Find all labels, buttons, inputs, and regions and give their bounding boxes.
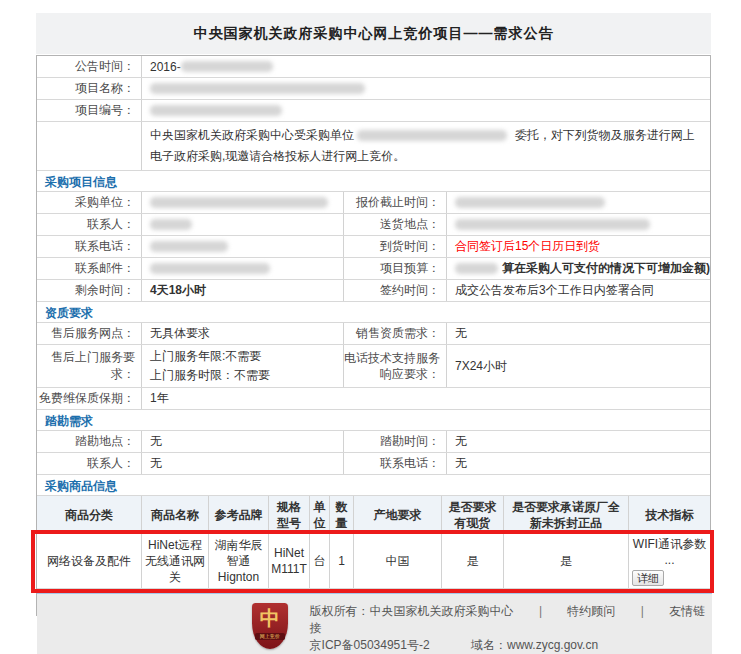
- redacted-value: [150, 105, 282, 116]
- separator: |: [539, 604, 542, 618]
- product-category: 网络设备及配件: [37, 534, 142, 588]
- product-origin: 中国: [354, 534, 442, 588]
- redacted-value: [150, 197, 328, 208]
- field-value: 7X24小时: [447, 345, 710, 387]
- row-project-no: 项目编号：: [37, 100, 710, 122]
- field-value: [142, 258, 344, 279]
- section-title-qualification: 资质要求: [37, 302, 710, 323]
- redacted-value: [357, 130, 507, 141]
- field-label: 联系电话：: [37, 236, 142, 257]
- page: 中央国家机关政府采购中心网上竞价项目——需求公告 公告时间： 2016- 项目名…: [0, 0, 741, 654]
- detail-button[interactable]: 详细: [632, 570, 664, 586]
- col-header-sealed: 是否要求承诺原厂全新未拆封正品: [504, 496, 629, 533]
- field-value: 2016-: [142, 56, 710, 77]
- field-value: [142, 78, 710, 99]
- page-title: 中央国家机关政府采购中心网上竞价项目——需求公告: [194, 25, 554, 43]
- field-value: 1年: [142, 388, 710, 409]
- field-label: 签约时间：: [344, 280, 447, 301]
- domain-text: 域名：www.zycg.gov.cn: [471, 638, 598, 652]
- row-project-name: 项目名称：: [37, 78, 710, 100]
- intro-text: 中央国家机关政府采购中心受采购单位 委托，对下列货物及服务进行网上电子政府采购,…: [142, 122, 710, 170]
- field-value: 无具体要求: [142, 323, 344, 344]
- row-contact: 联系人： 送货地点：: [37, 214, 710, 236]
- redacted-value: [455, 263, 498, 274]
- footer-line1: 版权所有：中央国家机关政府采购中心 | 特约顾问 | 友情链接: [310, 603, 712, 637]
- field-label: 联系邮件：: [37, 258, 142, 279]
- redacted-value: [181, 61, 273, 72]
- redacted-value: [150, 241, 228, 252]
- product-sealed-new: 是: [504, 534, 629, 588]
- product-row-wrap: 网络设备及配件 HiNet远程无线通讯网关 湖南华辰智通Hignton HiNe…: [37, 534, 710, 589]
- site-logo-icon: 中 网上竞价: [252, 603, 288, 649]
- field-label: 联系人：: [37, 214, 142, 235]
- field-label: 项目编号：: [37, 100, 142, 121]
- field-label: 售后上门服务要求：: [37, 345, 142, 387]
- product-in-stock: 是: [442, 534, 504, 588]
- col-header-name: 商品名称: [142, 496, 209, 533]
- col-header-brand: 参考品牌: [209, 496, 269, 533]
- field-label: 公告时间：: [37, 56, 142, 77]
- product-name: HiNet远程无线通讯网关: [142, 534, 209, 588]
- field-value: [447, 214, 710, 235]
- col-header-tech: 技术指标: [629, 496, 710, 533]
- product-model: HiNet M111T: [269, 534, 310, 588]
- field-value: [142, 100, 710, 121]
- copyright-text: 版权所有：中央国家机关政府采购中心: [310, 604, 514, 618]
- footer-inner: 中 网上竞价 版权所有：中央国家机关政府采购中心 | 特约顾问 | 友情链接 京…: [37, 594, 712, 654]
- advisor-link[interactable]: 特约顾问: [567, 604, 615, 618]
- col-header-stock: 是否要求有现货: [442, 496, 504, 533]
- remaining-time-value: 4天18小时: [142, 280, 344, 301]
- col-header-category: 商品分类: [37, 496, 142, 533]
- field-label: [37, 122, 142, 170]
- title-band: 中央国家机关政府采购中心网上竞价项目——需求公告: [36, 13, 711, 54]
- col-header-qty: 数量: [330, 496, 354, 533]
- row-remaining-time: 剩余时间： 4天18小时 签约时间： 成交公告发布后3个工作日内签署合同: [37, 280, 710, 302]
- col-header-origin: 产地要求: [354, 496, 442, 533]
- field-value: 无: [447, 453, 710, 474]
- field-label: 剩余时间：: [37, 280, 142, 301]
- footer-text: 版权所有：中央国家机关政府采购中心 | 特约顾问 | 友情链接 京ICP备050…: [310, 603, 712, 654]
- product-brand: 湖南华辰智通Hignton: [209, 534, 269, 588]
- col-header-model: 规格型号: [269, 496, 310, 533]
- redacted-value: [150, 219, 192, 230]
- field-label: 踏勘时间：: [344, 431, 447, 452]
- row-email: 联系邮件： 项目预算： 算在采购人可支付的情况下可增加金额): [37, 258, 710, 280]
- service-hours: 上门服务时限：不需要: [150, 366, 270, 385]
- row-phone: 联系电话： 到货时间： 合同签订后15个日历日到货: [37, 236, 710, 258]
- field-label: 报价截止时间：: [344, 192, 447, 213]
- section-title-project-info: 采购项目信息: [37, 171, 710, 192]
- field-value: [142, 214, 344, 235]
- section-title-products: 采购商品信息: [37, 475, 710, 496]
- field-label: 电话技术支持服务响应要求：: [344, 345, 447, 387]
- field-value: 无: [447, 323, 710, 344]
- col-header-unit: 单位: [310, 496, 330, 533]
- announcement-table: 公告时间： 2016- 项目名称： 项目编号： 中央国家机关政府采购中心受采购单…: [36, 55, 711, 616]
- separator: |: [641, 604, 644, 618]
- logo-ribbon-text: 网上竞价: [255, 633, 285, 640]
- budget-value: 算在采购人可支付的情况下可增加金额): [447, 258, 710, 279]
- intro-before: 中央国家机关政府采购中心受采购单位: [150, 128, 354, 142]
- field-label: 踏勘地点：: [37, 431, 142, 452]
- sign-time-value: 成交公告发布后3个工作日内签署合同: [447, 280, 710, 301]
- field-label: 采购单位：: [37, 192, 142, 213]
- service-years: 上门服务年限:不需要: [150, 347, 261, 366]
- product-table-header: 商品分类 商品名称 参考品牌 规格型号 单位 数量 产地要求 是否要求有现货 是…: [37, 496, 710, 534]
- section-title-survey: 踏勘需求: [37, 410, 710, 431]
- row-intro: 中央国家机关政府采购中心受采购单位 委托，对下列货物及服务进行网上电子政府采购,…: [37, 122, 710, 171]
- product-unit: 台: [310, 534, 330, 588]
- field-value: 无: [142, 431, 344, 452]
- field-value: 无: [142, 453, 344, 474]
- field-label: 项目名称：: [37, 78, 142, 99]
- row-announce-time: 公告时间： 2016-: [37, 56, 710, 78]
- row-survey-place: 踏勘地点： 无 踏勘时间： 无: [37, 431, 710, 453]
- field-label: 送货地点：: [344, 214, 447, 235]
- redacted-value: [150, 83, 365, 94]
- row-survey-contact: 联系人： 无 联系电话： 无: [37, 453, 710, 475]
- intro-cell: 中央国家机关政府采购中心受采购单位 委托，对下列货物及服务进行网上电子政府采购,…: [142, 122, 710, 170]
- product-row: 网络设备及配件 HiNet远程无线通讯网关 湖南华辰智通Hignton HiNe…: [37, 534, 710, 589]
- footer: 中 网上竞价 版权所有：中央国家机关政府采购中心 | 特约顾问 | 友情链接 京…: [37, 591, 712, 654]
- icp-text: 京ICP备05034951号-2: [310, 638, 430, 652]
- redacted-value: [455, 197, 605, 208]
- field-value: [447, 192, 710, 213]
- field-value: [142, 192, 344, 213]
